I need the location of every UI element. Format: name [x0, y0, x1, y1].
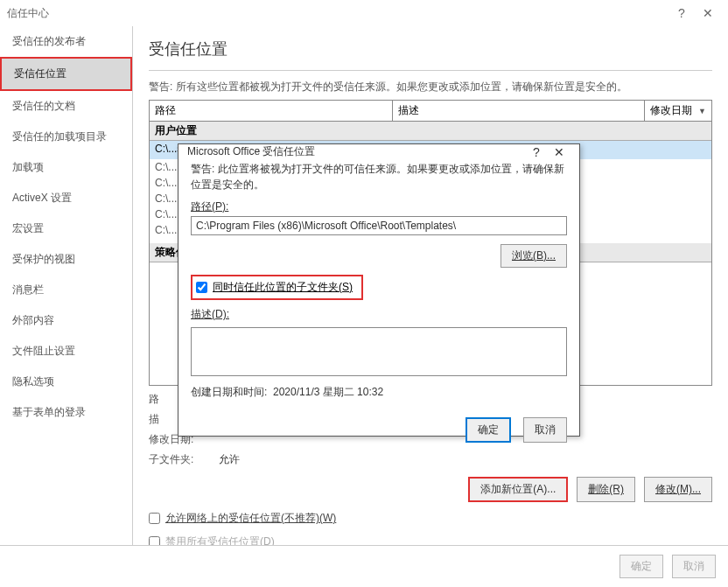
help-icon[interactable]: ? [525, 145, 548, 159]
path-input[interactable] [191, 216, 567, 235]
warning-text: 警告: 所有这些位置都被视为打开文件的受信任来源。如果您更改或添加位置，请确保新… [149, 80, 712, 94]
subfolder-checkbox[interactable]: 同时信任此位置的子文件夹(S) [191, 275, 363, 300]
path-label: 路径(P): [191, 199, 567, 214]
sidebar-item-addins[interactable]: 加载项 [0, 152, 132, 183]
sidebar-item-publishers[interactable]: 受信任的发布者 [0, 26, 132, 57]
sidebar-item-message-bar[interactable]: 消息栏 [0, 275, 132, 305]
desc-label: 描述(D): [191, 307, 567, 322]
sidebar-item-activex[interactable]: ActiveX 设置 [0, 183, 132, 213]
sidebar: 受信任的发布者 受信任位置 受信任的文档 受信任的加载项目录 加载项 Activ… [0, 26, 133, 549]
trust-center-window: 信任中心 ? ✕ 受信任的发布者 受信任位置 受信任的文档 受信任的加载项目录 … [0, 0, 728, 587]
allow-network-checkbox[interactable]: 允许网络上的受信任位置(不推荐)(W) [149, 511, 712, 526]
sidebar-item-forms-login[interactable]: 基于表单的登录 [0, 397, 132, 428]
titlebar: 信任中心 ? ✕ [0, 0, 728, 26]
created-date: 创建日期和时间: 2020/11/3 星期二 10:32 [191, 385, 567, 400]
modal-title: Microsoft Office 受信任位置 [187, 144, 525, 159]
ok-button[interactable]: 确定 [620, 555, 663, 578]
page-title: 受信任位置 [149, 38, 712, 59]
modal-ok-button[interactable]: 确定 [466, 417, 511, 443]
help-icon[interactable]: ? [668, 0, 695, 26]
checkbox-icon[interactable] [149, 513, 160, 524]
modal-warning: 警告: 此位置将被视为打开文件的可信任来源。如果要更改或添加位置，请确保新位置是… [191, 161, 567, 192]
sidebar-item-documents[interactable]: 受信任的文档 [0, 91, 132, 122]
add-location-button[interactable]: 添加新位置(A)... [468, 477, 568, 502]
sidebar-item-external[interactable]: 外部内容 [0, 305, 132, 336]
desc-textarea[interactable] [191, 327, 567, 376]
modal-cancel-button[interactable]: 取消 [523, 417, 567, 443]
modify-button[interactable]: 修改(M)... [644, 477, 712, 502]
col-date[interactable]: 修改日期▼ [645, 101, 711, 121]
chevron-down-icon: ▼ [698, 107, 706, 115]
dialog-footer: 确定 取消 [0, 545, 728, 587]
trusted-location-dialog: Microsoft Office 受信任位置 ? ✕ 警告: 此位置将被视为打开… [178, 143, 580, 437]
sidebar-item-macro[interactable]: 宏设置 [0, 213, 132, 244]
remove-button[interactable]: 删除(R) [577, 477, 635, 502]
sidebar-item-file-block[interactable]: 文件阻止设置 [0, 336, 132, 367]
window-title: 信任中心 [7, 6, 49, 21]
checkbox-icon[interactable] [196, 282, 207, 293]
sidebar-item-trusted-locations[interactable]: 受信任位置 [0, 57, 132, 91]
cancel-button[interactable]: 取消 [672, 555, 716, 578]
close-icon[interactable]: ✕ [548, 145, 570, 159]
browse-button[interactable]: 浏览(B)... [500, 244, 567, 268]
close-icon[interactable]: ✕ [695, 0, 721, 26]
col-desc[interactable]: 描述 [393, 101, 645, 121]
sidebar-item-protected-view[interactable]: 受保护的视图 [0, 244, 132, 275]
sidebar-item-privacy[interactable]: 隐私选项 [0, 367, 132, 397]
group-user-locations: 用户位置 [150, 122, 711, 141]
sidebar-item-addin-catalog[interactable]: 受信任的加载项目录 [0, 122, 132, 152]
col-path[interactable]: 路径 [150, 101, 393, 121]
